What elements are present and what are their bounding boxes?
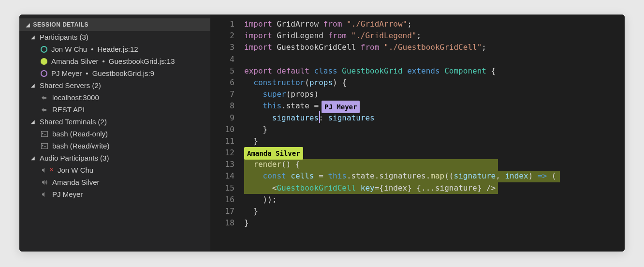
server-label: REST API [52, 105, 85, 114]
presence-indicator-icon [41, 70, 47, 77]
remote-cursor-pj: PJ Meyer [322, 101, 360, 113]
speaker-muted-icon [41, 166, 48, 174]
participant-name: Jon W Chu [51, 45, 87, 53]
remote-cursor-amanda: Amanda Silver [244, 147, 303, 160]
presence-indicator-icon [41, 58, 47, 65]
audio-participant-item[interactable]: Amanda Silver [19, 176, 210, 188]
participant-location: GuestbookGrid.js:13 [109, 57, 175, 65]
editor-window: ◢ SESSION DETAILS ◢ Participants (3) Jon… [19, 15, 625, 252]
server-item[interactable]: REST API [19, 104, 210, 116]
chevron-down-icon: ◢ [31, 155, 36, 161]
group-label: Shared Terminals (2) [40, 118, 107, 126]
code-content[interactable]: PJ Meyer Amanda Silver import GridArrow … [244, 18, 625, 252]
chevron-down-icon: ◢ [31, 34, 36, 40]
participants-group[interactable]: ◢ Participants (3) [19, 31, 210, 43]
participant-item[interactable]: Amanda Silver • GuestbookGrid.js:13 [19, 55, 210, 67]
group-label: Participants (3) [40, 33, 88, 41]
participant-location: GuestbookGrid.js:9 [92, 69, 154, 77]
broadcast-icon [41, 94, 48, 102]
audio-participant-item[interactable]: ✕ Jon W Chu [19, 164, 210, 176]
broadcast-icon [41, 106, 48, 114]
remote-cursor-caret-icon [319, 111, 320, 123]
participant-location: Header.js:12 [97, 45, 138, 53]
group-label: Shared Servers (2) [40, 81, 101, 89]
shared-servers-group[interactable]: ◢ Shared Servers (2) [19, 79, 210, 91]
code-editor[interactable]: 123456789101112131415161718 PJ Meyer Ama… [210, 15, 625, 252]
server-label: localhost:3000 [52, 93, 99, 102]
chevron-down-icon: ◢ [31, 119, 36, 124]
speaker-icon [41, 178, 48, 186]
terminal-label: bash (Read-only) [52, 130, 108, 138]
audio-participants-group[interactable]: ◢ Audio Participants (3) [19, 152, 210, 164]
shared-terminals-group[interactable]: ◢ Shared Terminals (2) [19, 116, 210, 128]
speaker-icon [41, 191, 48, 198]
session-details-header[interactable]: ◢ SESSION DETAILS [19, 18, 210, 31]
terminal-icon [41, 130, 48, 138]
dot: • [91, 45, 93, 53]
terminal-item[interactable]: bash (Read-only) [19, 128, 210, 140]
server-item[interactable]: localhost:3000 [19, 91, 210, 104]
terminal-icon [41, 142, 48, 150]
participant-name: Amanda Silver [51, 57, 99, 65]
audio-name: Amanda Silver [52, 178, 100, 186]
presence-indicator-icon [41, 46, 47, 53]
section-title: SESSION DETAILS [33, 21, 89, 28]
audio-name: Jon W Chu [58, 166, 93, 174]
participant-name: PJ Meyer [51, 69, 82, 77]
mute-x-icon: ✕ [49, 167, 54, 173]
audio-participant-item[interactable]: PJ Meyer [19, 188, 210, 200]
dot: • [102, 57, 105, 65]
sidebar: ◢ SESSION DETAILS ◢ Participants (3) Jon… [19, 15, 210, 252]
terminal-label: bash (Read/write) [52, 142, 109, 150]
dot: • [86, 69, 88, 77]
terminal-item[interactable]: bash (Read/write) [19, 140, 210, 152]
chevron-down-icon: ◢ [31, 83, 36, 88]
audio-name: PJ Meyer [52, 190, 83, 198]
group-label: Audio Participants (3) [40, 154, 109, 162]
line-numbers: 123456789101112131415161718 [210, 18, 244, 252]
participant-item[interactable]: PJ Meyer • GuestbookGrid.js:9 [19, 67, 210, 79]
chevron-down-icon: ◢ [26, 22, 30, 28]
participant-item[interactable]: Jon W Chu • Header.js:12 [19, 43, 210, 55]
